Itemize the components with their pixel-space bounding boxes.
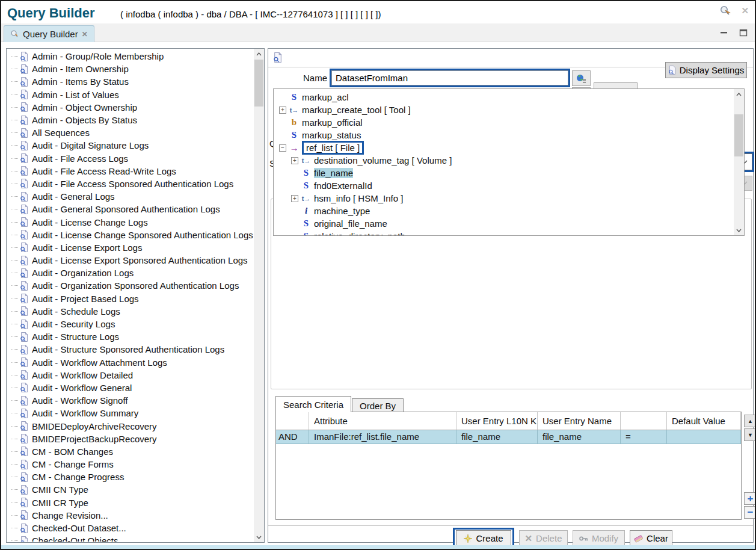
scroll-thumb[interactable]	[254, 60, 263, 107]
row-move-up-button[interactable]: ▲	[744, 415, 756, 427]
saved-query-item[interactable]: Audit - General Sponsored Authentication…	[7, 203, 253, 215]
saved-query-item[interactable]: BMIDEDeployArchiveRecovery	[7, 419, 253, 432]
property-tree-item[interactable]: i machine_type	[274, 205, 733, 217]
name-localization-button[interactable]	[572, 70, 591, 86]
scroll-thumb[interactable]	[734, 114, 743, 156]
criteria-column-header[interactable]	[276, 412, 309, 430]
saved-query-item[interactable]: Audit - Workflow General	[7, 382, 253, 394]
saved-query-item[interactable]: Audit - License Export Sponsored Authent…	[7, 254, 253, 267]
property-tree-scrollbar[interactable]	[734, 89, 744, 235]
property-tree-item[interactable]: S markup_status	[274, 129, 733, 141]
criteria-cell[interactable]: file_name	[538, 430, 621, 444]
criteria-column-header[interactable]: User Entry Name	[538, 412, 621, 430]
saved-query-item[interactable]: Admin - Items By Status	[7, 75, 253, 88]
delete-button[interactable]: ✕ Delete	[519, 530, 568, 546]
saved-query-item[interactable]: CM - Change Forms	[7, 458, 253, 471]
criteria-column-header[interactable]: Default Value	[667, 412, 741, 430]
saved-query-item[interactable]: CMII CN Type	[7, 483, 253, 496]
expander-icon[interactable]: +	[279, 107, 286, 114]
criteria-column-header[interactable]: User Entry L10N K...	[456, 412, 538, 430]
property-tree-item[interactable]: b markup_official	[274, 116, 733, 129]
scroll-down-icon[interactable]	[254, 532, 264, 542]
expander-icon[interactable]: −	[279, 144, 286, 152]
create-button[interactable]: Create	[456, 530, 511, 546]
property-tree-item[interactable]: − → ref_list [ File ]	[274, 141, 733, 154]
saved-query-label: Admin - List of Values	[32, 90, 119, 100]
property-label: markup_official	[302, 117, 363, 128]
saved-query-item[interactable]: Audit - Organization Logs	[7, 267, 253, 279]
name-input[interactable]	[331, 70, 568, 85]
scroll-up-icon[interactable]	[734, 89, 744, 99]
saved-query-item[interactable]: Audit - Project Based Logs	[7, 292, 253, 305]
saved-query-item[interactable]: Audit - Schedule Logs	[7, 305, 253, 318]
saved-query-item[interactable]: CMII CR Type	[7, 496, 253, 509]
saved-query-item[interactable]: Audit - Organization Sponsored Authentic…	[7, 279, 253, 292]
maximize-icon[interactable]	[739, 29, 748, 37]
saved-query-item[interactable]: Audit - Workflow Summary	[7, 407, 253, 419]
saved-query-label: Audit - File Access Read-Write Logs	[32, 166, 176, 176]
criteria-cell[interactable]: =	[621, 430, 667, 444]
saved-query-item[interactable]: Admin - List of Values	[7, 88, 253, 101]
close-icon[interactable]: ✕	[741, 5, 749, 16]
tab-search-criteria[interactable]: Search Criteria	[275, 396, 351, 412]
query-builder-perspective-icon[interactable]	[719, 5, 731, 17]
saved-query-item[interactable]: BMIDEProjectBackupRecovery	[7, 433, 253, 445]
clear-button[interactable]: Clear	[630, 530, 672, 546]
tab-query-builder[interactable]: Query Builder ✕	[4, 25, 94, 42]
row-move-down-button[interactable]: ▼	[744, 428, 756, 441]
property-tree-item[interactable]: S relative_directory_path	[274, 230, 733, 235]
saved-query-item[interactable]: Audit - Workflow Attachment Logs	[7, 356, 253, 369]
saved-query-item[interactable]: CM - Change Progress	[7, 471, 253, 483]
scroll-up-icon[interactable]	[254, 49, 264, 59]
saved-query-item[interactable]: Change Revision...	[7, 509, 253, 522]
property-tree-item[interactable]: + t→ hsm_info [ HSM_Info ]	[274, 192, 733, 205]
saved-query-item[interactable]: Audit - Security Logs	[7, 318, 253, 330]
saved-query-item[interactable]: Audit - File Access Sponsored Authentica…	[7, 178, 253, 190]
expander-icon[interactable]: +	[291, 157, 298, 164]
saved-query-item[interactable]: Admin - Item Ownership	[7, 63, 253, 75]
saved-query-item[interactable]: Audit - License Change Sponsored Authent…	[7, 229, 253, 241]
criteria-column-header[interactable]: Attribute	[309, 412, 456, 430]
property-tree-item[interactable]: S file_name	[274, 167, 733, 179]
criteria-cell[interactable]	[667, 430, 741, 444]
saved-query-item[interactable]: Checked-Out Objects	[7, 534, 253, 542]
criteria-cell[interactable]: AND	[276, 430, 309, 444]
saved-query-item[interactable]: Audit - File Access Read-Write Logs	[7, 165, 253, 178]
saved-query-item[interactable]: Admin - Object Ownership	[7, 101, 253, 114]
saved-query-item[interactable]: Audit - General Logs	[7, 190, 253, 203]
criteria-row[interactable]: ANDImanFile:ref_list.file_namefile_namef…	[276, 430, 741, 444]
saved-query-item[interactable]: Checked-Out Dataset...	[7, 522, 253, 534]
modify-button[interactable]: Modify	[573, 530, 625, 546]
property-tree-item[interactable]: S original_file_name	[274, 217, 733, 230]
saved-query-item[interactable]: Audit - Structure Sponsored Authenticati…	[7, 343, 253, 356]
saved-query-item[interactable]: All Sequences	[7, 126, 253, 139]
saved-query-item[interactable]: Audit - Workflow Signoff	[7, 394, 253, 407]
criteria-cell[interactable]: ImanFile:ref_list.file_name	[309, 430, 456, 444]
property-tree-item[interactable]: + t→ markup_create_tool [ Tool ]	[274, 104, 733, 116]
expander-icon[interactable]: +	[291, 195, 298, 202]
saved-query-item[interactable]: Admin - Group/Role Membership	[7, 50, 253, 63]
criteria-cell[interactable]: file_name	[456, 430, 538, 444]
tab-order-by[interactable]: Order By	[352, 398, 404, 412]
add-criteria-button[interactable]: +	[744, 492, 756, 505]
saved-query-item[interactable]: Audit - File Access Logs	[7, 152, 253, 165]
property-tree-item[interactable]: S fnd0ExternalId	[274, 179, 733, 192]
saved-query-item[interactable]: Audit - Structure Logs	[7, 330, 253, 343]
criteria-column-header[interactable]	[621, 412, 667, 430]
saved-query-item[interactable]: CM - BOM Changes	[7, 445, 253, 458]
remove-criteria-button[interactable]: −	[744, 506, 756, 519]
saved-query-item[interactable]: Audit - Workflow Detailed	[7, 369, 253, 382]
saved-query-item[interactable]: Audit - License Export Logs	[7, 241, 253, 254]
queries-scrollbar[interactable]	[254, 49, 264, 542]
property-tree-item[interactable]: S markup_acl	[274, 91, 733, 104]
scroll-down-icon[interactable]	[734, 225, 744, 235]
display-settings-button[interactable]: Display Settings	[665, 62, 747, 78]
tree-connector	[11, 132, 18, 133]
saved-query-label: Audit - Schedule Logs	[32, 306, 120, 317]
saved-query-item[interactable]: Audit - Digital Signature Logs	[7, 139, 253, 152]
tab-close-icon[interactable]: ✕	[82, 30, 88, 39]
saved-query-item[interactable]: Admin - Objects By Status	[7, 114, 253, 126]
saved-query-item[interactable]: Audit - License Change Logs	[7, 215, 253, 228]
property-tree-item[interactable]: + t→ destination_volume_tag [ Volume ]	[274, 154, 733, 167]
minimize-icon[interactable]	[720, 29, 728, 37]
